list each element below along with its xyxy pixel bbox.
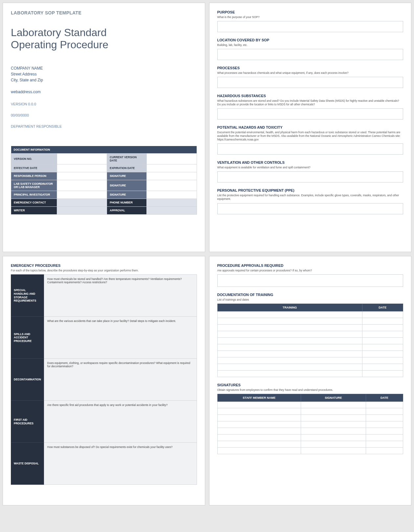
- label-signature-1: SIGNATURE: [107, 172, 147, 180]
- training-date-cell[interactable]: [362, 371, 403, 377]
- training-date-cell[interactable]: [362, 344, 403, 351]
- sign-name-cell[interactable]: [217, 408, 301, 415]
- sign-signature-cell[interactable]: [301, 415, 366, 421]
- approvals-desc: Are approvals required for certain proce…: [217, 269, 403, 272]
- sign-date-cell[interactable]: [366, 448, 403, 454]
- sign-date-cell[interactable]: [366, 428, 403, 435]
- purpose-title: PURPOSE: [217, 10, 403, 14]
- section-approvals: PROCEDURE APPROVALS REQUIRED Are approva…: [217, 264, 403, 287]
- value-writer[interactable]: [57, 206, 107, 214]
- training-date-cell[interactable]: [362, 357, 403, 364]
- value-expiration-date[interactable]: [146, 164, 197, 172]
- sign-date-cell[interactable]: [366, 408, 403, 415]
- value-signature-1[interactable]: [146, 172, 197, 180]
- training-cell[interactable]: [217, 311, 362, 318]
- training-cell[interactable]: [217, 318, 362, 325]
- sign-name-cell[interactable]: [217, 441, 301, 448]
- sign-name-cell[interactable]: [217, 402, 301, 408]
- street-address: Street Address: [11, 71, 197, 77]
- training-cell[interactable]: [217, 364, 362, 371]
- emergency-row-body[interactable]: What are the various accidents that can …: [44, 317, 197, 359]
- training-date-cell[interactable]: [362, 325, 403, 331]
- sign-date-cell[interactable]: [366, 435, 403, 441]
- sign-name-cell[interactable]: [217, 421, 301, 428]
- approvals-field[interactable]: [217, 274, 403, 287]
- value-signature-2[interactable]: [146, 180, 197, 191]
- value-signature-3[interactable]: [146, 191, 197, 199]
- training-cell[interactable]: [217, 331, 362, 338]
- ventilation-field[interactable]: [217, 171, 403, 182]
- label-responsible-person: RESPONSIBLE PERSON: [11, 172, 57, 180]
- training-col-training: TRAINING: [217, 304, 362, 311]
- city-state-zip: City, State and Zip: [11, 77, 197, 83]
- emergency-row-body[interactable]: Are there specific first aid procedures …: [44, 401, 197, 443]
- emergency-procedures-table: SPECIAL HANDLING AND STORAGE REQUIREMENT…: [11, 274, 197, 485]
- hazardous-field[interactable]: [217, 108, 403, 119]
- value-emergency-contact[interactable]: [57, 199, 107, 206]
- training-desc: List of trainings and dates: [217, 298, 403, 302]
- sign-signature-cell[interactable]: [301, 408, 366, 415]
- date-line: 00/00/0000: [11, 113, 197, 117]
- value-current-version-date[interactable]: [146, 153, 197, 164]
- training-col-date: DATE: [362, 304, 403, 311]
- training-cell[interactable]: [217, 357, 362, 364]
- value-lab-safety[interactable]: [57, 180, 107, 191]
- emergency-row-body[interactable]: How must chemicals be stored and handled…: [44, 275, 197, 317]
- location-field[interactable]: [217, 49, 403, 60]
- sign-date-cell[interactable]: [366, 402, 403, 408]
- value-effective-date[interactable]: [57, 164, 107, 172]
- training-date-cell[interactable]: [362, 338, 403, 344]
- training-date-cell[interactable]: [362, 331, 403, 338]
- signatures-col-signature: SIGNATURE: [301, 394, 366, 402]
- potential-field[interactable]: [217, 143, 403, 155]
- sign-signature-cell[interactable]: [301, 448, 366, 454]
- purpose-field[interactable]: [217, 21, 403, 32]
- emergency-row-body[interactable]: Does equipment, clothing, or workspaces …: [44, 359, 197, 401]
- signatures-title: SIGNATURES: [217, 383, 403, 387]
- section-purpose: PURPOSE What is the purpose of your SOP?: [217, 10, 403, 32]
- section-signatures: SIGNATURES Obtain signatures from employ…: [217, 383, 403, 454]
- web-address: webaddress.com: [11, 89, 197, 95]
- label-version-no: VERSION NO.: [11, 153, 57, 164]
- training-cell[interactable]: [217, 351, 362, 357]
- sign-date-cell[interactable]: [366, 441, 403, 448]
- emergency-row-body[interactable]: How must substances be disposed of? Do s…: [44, 443, 197, 485]
- training-date-cell[interactable]: [362, 311, 403, 318]
- training-cell[interactable]: [217, 338, 362, 344]
- emergency-row-label: SPECIAL HANDLING AND STORAGE REQUIREMENT…: [11, 275, 44, 317]
- label-lab-safety: LAB SAFETY COORDINATOR OR LAB MANAGER: [11, 180, 57, 191]
- sign-name-cell[interactable]: [217, 435, 301, 441]
- sign-signature-cell[interactable]: [301, 402, 366, 408]
- training-cell[interactable]: [217, 325, 362, 331]
- training-title: DOCUMENTATION OF TRAINING: [217, 293, 403, 297]
- value-responsible-person[interactable]: [57, 172, 107, 180]
- sign-signature-cell[interactable]: [301, 441, 366, 448]
- label-phone-number: PHONE NUMBER: [107, 199, 147, 206]
- value-principal[interactable]: [57, 191, 107, 199]
- label-expiration-date: EXPIRATION DATE: [107, 164, 147, 172]
- training-date-cell[interactable]: [362, 364, 403, 371]
- sign-date-cell[interactable]: [366, 421, 403, 428]
- training-cell[interactable]: [217, 371, 362, 377]
- sign-signature-cell[interactable]: [301, 435, 366, 441]
- version-line: VERSION 0.0.0: [11, 102, 197, 106]
- value-approval[interactable]: [146, 206, 197, 214]
- value-phone-number[interactable]: [146, 199, 197, 206]
- value-version-no[interactable]: [57, 153, 107, 164]
- processes-field[interactable]: [217, 77, 403, 88]
- page-1-cover: LABORATORY SOP TEMPLATE Laboratory Stand…: [3, 3, 205, 252]
- potential-title: POTENTIAL HAZARDS AND TOXICITY: [217, 125, 403, 129]
- sign-name-cell[interactable]: [217, 428, 301, 435]
- sign-name-cell[interactable]: [217, 415, 301, 421]
- sign-name-cell[interactable]: [217, 448, 301, 454]
- sign-date-cell[interactable]: [366, 415, 403, 421]
- training-cell[interactable]: [217, 344, 362, 351]
- location-desc: Building, lab, facility, etc.: [217, 43, 403, 47]
- sign-signature-cell[interactable]: [301, 428, 366, 435]
- signatures-col-name: STAFF MEMBER NAME: [217, 394, 301, 402]
- sign-signature-cell[interactable]: [301, 421, 366, 428]
- ppe-field[interactable]: [217, 203, 403, 214]
- training-date-cell[interactable]: [362, 318, 403, 325]
- title-line-1: Laboratory Standard: [11, 27, 107, 38]
- training-date-cell[interactable]: [362, 351, 403, 357]
